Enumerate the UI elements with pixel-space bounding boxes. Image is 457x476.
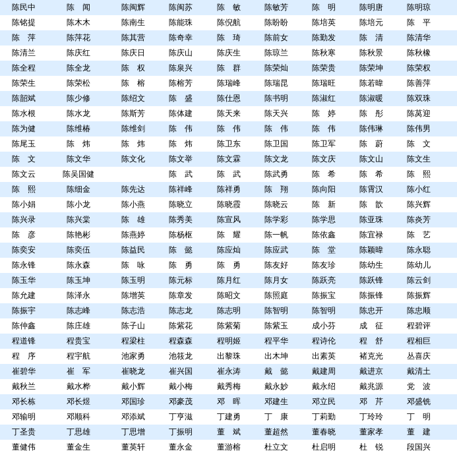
table-cell[interactable] <box>452 45 457 61</box>
table-cell[interactable]: 陈善萍 <box>395 76 442 91</box>
table-cell[interactable]: 陈允建 <box>0 288 47 303</box>
table-cell[interactable] <box>442 91 447 106</box>
table-cell[interactable]: 邓输明 <box>0 409 47 425</box>
table-cell[interactable]: 董英轩 <box>109 440 157 455</box>
table-cell[interactable]: 董超然 <box>253 425 300 440</box>
table-cell[interactable]: 戴小辉 <box>109 379 157 394</box>
table-cell[interactable]: 陈吴国健 <box>47 167 109 182</box>
table-cell[interactable]: 陈小红 <box>395 182 442 197</box>
table-cell[interactable]: 陈向阳 <box>300 182 348 197</box>
table-cell[interactable]: 崔碧华 <box>0 364 47 379</box>
table-cell[interactable] <box>452 364 457 379</box>
table-cell[interactable]: 陈应灿 <box>204 243 252 258</box>
table-cell[interactable] <box>442 227 447 243</box>
table-cell[interactable]: 陈 翔 <box>253 182 300 197</box>
table-cell[interactable]: 丁振明 <box>157 425 204 440</box>
table-cell[interactable] <box>442 167 447 182</box>
table-cell[interactable]: 陈荣生 <box>0 76 47 91</box>
table-cell[interactable]: 戴水桦 <box>47 379 109 394</box>
table-cell[interactable]: 陈天来 <box>204 106 252 121</box>
table-cell[interactable]: 陈明琼 <box>395 0 442 15</box>
table-cell[interactable] <box>452 243 457 258</box>
table-cell[interactable]: 陈智明 <box>300 303 348 318</box>
table-cell[interactable] <box>448 167 452 182</box>
table-cell[interactable]: 程 舒 <box>348 334 395 349</box>
table-cell[interactable]: 邓 晖 <box>204 394 252 409</box>
table-cell[interactable]: 戴永绍 <box>300 379 348 394</box>
table-cell[interactable]: 陈章发 <box>157 288 204 303</box>
table-cell[interactable]: 陈 武 <box>204 167 252 182</box>
table-cell[interactable]: 陈昭文 <box>204 288 252 303</box>
table-cell[interactable]: 陈 清 <box>348 30 395 45</box>
table-cell[interactable] <box>109 167 157 182</box>
table-cell[interactable]: 陈奕安 <box>0 243 47 258</box>
table-cell[interactable]: 陈倪航 <box>204 15 252 30</box>
table-cell[interactable]: 陈 艺 <box>395 227 442 243</box>
table-cell[interactable]: 陈文龙 <box>253 152 300 167</box>
table-cell[interactable]: 程碧评 <box>395 318 442 334</box>
table-cell[interactable]: 陈武勇 <box>253 167 300 182</box>
table-cell[interactable] <box>452 167 457 182</box>
table-cell[interactable]: 陈闽辉 <box>109 0 157 15</box>
table-cell[interactable]: 戴永妙 <box>253 379 300 394</box>
table-cell[interactable]: 陈卫军 <box>300 136 348 152</box>
table-cell[interactable]: 陈友珍 <box>300 258 348 273</box>
table-cell[interactable]: 董健伟 <box>0 440 47 455</box>
table-cell[interactable] <box>452 258 457 273</box>
table-cell[interactable]: 出素英 <box>300 349 348 364</box>
table-cell[interactable]: 陈跃亮 <box>300 273 348 288</box>
table-cell[interactable]: 戴兆源 <box>348 379 395 394</box>
table-cell[interactable]: 陈荣坤 <box>348 61 395 76</box>
table-cell[interactable]: 陈卫国 <box>253 136 300 152</box>
table-cell[interactable]: 陈 勇 <box>157 258 204 273</box>
table-cell[interactable]: 出木坤 <box>253 349 300 364</box>
table-cell[interactable]: 陈淑红 <box>300 91 348 106</box>
table-cell[interactable]: 陈 敏 <box>204 0 252 15</box>
table-cell[interactable]: 陈荣灿 <box>253 61 300 76</box>
table-cell[interactable]: 出黎珠 <box>204 349 252 364</box>
table-cell[interactable] <box>442 152 447 167</box>
table-cell[interactable]: 陈铭提 <box>0 15 47 30</box>
table-cell[interactable]: 陈韶斌 <box>0 91 47 106</box>
table-cell[interactable]: 党 波 <box>395 379 442 394</box>
table-cell[interactable]: 陈晓立 <box>157 197 204 212</box>
table-cell[interactable] <box>442 334 447 349</box>
table-cell[interactable] <box>448 76 452 91</box>
table-cell[interactable]: 陈勤发 <box>300 30 348 45</box>
table-cell[interactable]: 陈尾玉 <box>0 136 47 152</box>
table-cell[interactable] <box>442 15 447 30</box>
table-cell[interactable] <box>442 197 447 212</box>
table-cell[interactable]: 陈全龙 <box>47 61 109 76</box>
table-cell[interactable] <box>448 440 452 455</box>
table-cell[interactable] <box>442 349 447 364</box>
table-cell[interactable]: 陈天兴 <box>253 106 300 121</box>
table-cell[interactable]: 陈荣权 <box>395 61 442 76</box>
table-cell[interactable]: 陈兴辉 <box>395 197 442 212</box>
table-cell[interactable]: 陈颖暐 <box>348 243 395 258</box>
table-cell[interactable] <box>452 106 457 121</box>
table-cell[interactable]: 陈玉坤 <box>47 273 109 288</box>
table-cell[interactable]: 陈其营 <box>109 30 157 45</box>
table-cell[interactable]: 陈月红 <box>204 273 252 288</box>
table-cell[interactable] <box>452 121 457 136</box>
table-cell[interactable]: 陈幼儿 <box>395 258 442 273</box>
table-cell[interactable]: 陈文生 <box>395 152 442 167</box>
table-cell[interactable] <box>452 273 457 288</box>
table-cell[interactable]: 陈宜禄 <box>348 227 395 243</box>
table-cell[interactable]: 陈秋橡 <box>395 45 442 61</box>
table-cell[interactable]: 陈伟琳 <box>348 121 395 136</box>
table-cell[interactable] <box>442 182 447 197</box>
table-cell[interactable]: 崔晓龙 <box>109 364 157 379</box>
table-cell[interactable]: 陈瑞峰 <box>204 76 252 91</box>
table-cell[interactable]: 陈 平 <box>395 15 442 30</box>
table-cell[interactable] <box>448 379 452 394</box>
table-cell[interactable]: 陈 炜 <box>47 136 109 152</box>
table-cell[interactable]: 陈文霖 <box>204 152 252 167</box>
table-cell[interactable]: 丁 康 <box>253 409 300 425</box>
table-cell[interactable]: 程明姬 <box>204 334 252 349</box>
table-cell[interactable]: 陈小燕 <box>109 197 157 212</box>
table-cell[interactable] <box>448 303 452 318</box>
table-cell[interactable]: 陈奕伍 <box>47 243 109 258</box>
table-cell[interactable]: 陈少修 <box>47 91 109 106</box>
table-cell[interactable]: 陈淑暖 <box>348 91 395 106</box>
